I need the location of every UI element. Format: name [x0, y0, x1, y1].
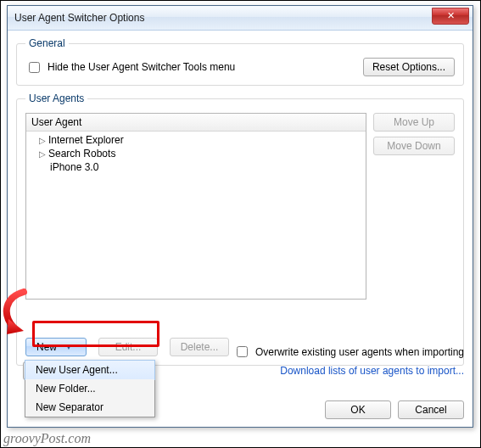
ok-button[interactable]: OK: [325, 400, 391, 419]
edit-button[interactable]: Edit...: [98, 338, 158, 356]
menu-item-label: New Folder...: [36, 383, 96, 395]
new-dropdown-menu: New User Agent... New Folder... New Sepa…: [25, 360, 155, 417]
menu-item-label: New Separator: [36, 401, 103, 413]
dropdown-arrow-icon: ▼: [65, 344, 72, 351]
menu-item-new-folder[interactable]: New Folder...: [25, 379, 154, 398]
hide-menu-checkbox-label[interactable]: Hide the User Agent Switcher Tools menu: [25, 59, 235, 76]
tree-item-label: Internet Explorer: [48, 134, 124, 146]
tree-item-search-robots[interactable]: ▷ Search Robots: [26, 147, 366, 160]
expand-icon[interactable]: ▷: [38, 149, 47, 159]
tree-item-label: Search Robots: [48, 148, 115, 160]
user-agent-column-header[interactable]: User Agent: [26, 114, 366, 132]
menu-item-new-separator[interactable]: New Separator: [25, 398, 154, 417]
close-icon: ✕: [447, 10, 455, 20]
move-down-button[interactable]: Move Down: [373, 137, 455, 155]
tree-item-iphone[interactable]: iPhone 3.0: [26, 160, 366, 174]
new-button-label: New: [36, 341, 57, 353]
general-legend: General: [25, 37, 69, 49]
close-button[interactable]: ✕: [432, 8, 469, 25]
user-agents-group: User Agents User Agent ▷ Internet Explor…: [16, 92, 464, 366]
hide-menu-checkbox[interactable]: [29, 62, 40, 73]
titlebar[interactable]: User Agent Switcher Options ✕: [8, 6, 473, 31]
general-group: General Hide the User Agent Switcher Too…: [16, 37, 464, 86]
user-agents-legend: User Agents: [25, 92, 87, 104]
hide-menu-text: Hide the User Agent Switcher Tools menu: [48, 61, 235, 73]
window-title: User Agent Switcher Options: [14, 12, 144, 24]
tree-item-internet-explorer[interactable]: ▷ Internet Explorer: [26, 133, 366, 147]
new-button[interactable]: New ▼: [25, 338, 87, 356]
menu-item-label: New User Agent...: [36, 364, 118, 376]
download-lists-link[interactable]: Download lists of user agents to import.…: [280, 365, 464, 377]
overwrite-checkbox-label[interactable]: Overwrite existing user agents when impo…: [233, 344, 464, 360]
dialog-window: User Agent Switcher Options ✕ General Hi…: [7, 5, 473, 428]
tree-item-label: iPhone 3.0: [50, 161, 98, 173]
import-options: Overwrite existing user agents when impo…: [177, 344, 464, 377]
cancel-button[interactable]: Cancel: [398, 400, 464, 419]
user-agent-list[interactable]: User Agent ▷ Internet Explorer ▷ Search …: [25, 113, 366, 300]
menu-item-new-user-agent[interactable]: New User Agent...: [25, 360, 155, 380]
user-agent-tree: ▷ Internet Explorer ▷ Search Robots iPho…: [26, 132, 366, 176]
watermark: groovyPost.com: [3, 431, 91, 446]
move-up-button[interactable]: Move Up: [373, 113, 455, 132]
overwrite-checkbox[interactable]: [237, 346, 248, 357]
reset-options-button[interactable]: Reset Options...: [363, 58, 455, 76]
expand-icon[interactable]: ▷: [38, 136, 47, 145]
overwrite-text: Overwrite existing user agents when impo…: [255, 346, 464, 358]
